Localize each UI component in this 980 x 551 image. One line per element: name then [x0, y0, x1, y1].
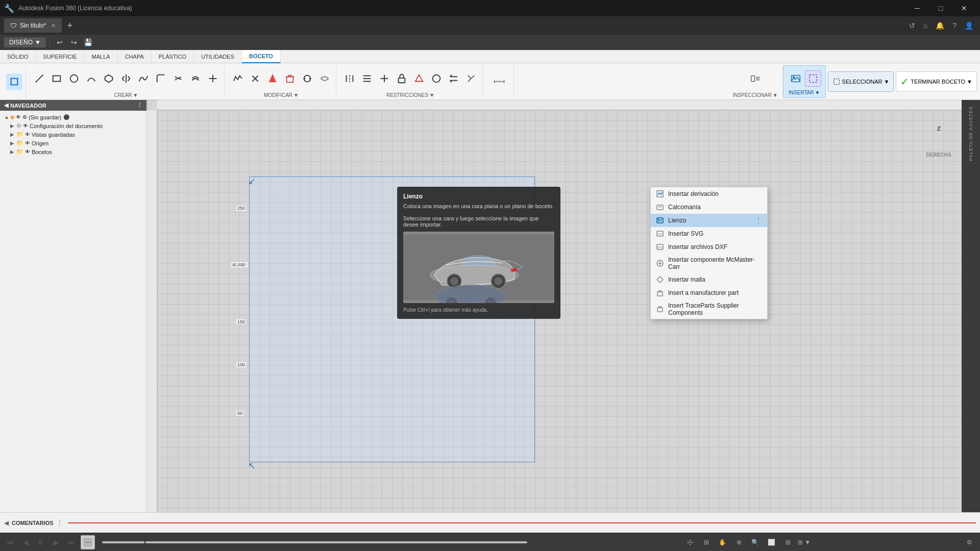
restr-tool8[interactable]	[463, 70, 479, 87]
lienzo-more-icon[interactable]: ⋮	[755, 216, 762, 224]
restr-tool2[interactable]	[359, 70, 375, 87]
inspeccionar-tool[interactable]	[744, 70, 767, 87]
menu-tab-malla[interactable]: MALLA	[85, 50, 118, 63]
menu-tab-solido[interactable]: SÓLIDO	[0, 50, 36, 63]
terminar-boceto-label: TERMINAR BOCETO	[911, 79, 965, 85]
restr-tool7[interactable]	[446, 70, 462, 87]
undo-button[interactable]: ↩	[54, 36, 66, 48]
active-tool-button[interactable]	[6, 73, 22, 90]
mirror-tool-button[interactable]	[118, 70, 134, 87]
terminar-boceto-button[interactable]: ✓ TERMINAR BOCETO ▼	[896, 71, 977, 92]
timeline-last-button[interactable]: ⏭	[65, 536, 78, 548]
restr-tool4[interactable]	[394, 70, 410, 87]
tab-refresh-button[interactable]: ↺	[906, 20, 918, 31]
nav-item-config[interactable]: ▶ ⚙ 👁 Configuración del documento	[2, 121, 144, 130]
settings-button[interactable]: ⚙	[963, 536, 976, 549]
sidebar-options-icon[interactable]: ⋮	[137, 102, 142, 109]
timeline-thumb[interactable]	[81, 535, 95, 549]
nav-item-vistas[interactable]: ▶ 📁 👁 Vistas guardadas	[2, 130, 144, 139]
nav-arrow: ▶	[10, 140, 16, 146]
rect-tool-button[interactable]	[48, 70, 65, 87]
modificar-tool1[interactable]	[230, 70, 246, 87]
status-move-button[interactable]: ✋	[716, 536, 729, 549]
dropdown-item-svg[interactable]: SVG Insertar SVG	[651, 227, 767, 240]
dropdown-item-malla[interactable]: Insertar malla	[651, 273, 767, 286]
tab-help-button[interactable]: ?	[950, 20, 959, 31]
comments-options-button[interactable]: ⋮	[57, 519, 63, 527]
timeline-next-button[interactable]: ▶	[50, 536, 62, 548]
eye-icon-bocetos: 👁	[25, 149, 30, 155]
fillet-tool-button[interactable]	[153, 70, 169, 87]
dropdown-item-traceparts[interactable]: Insert TraceParts Supplier Components	[651, 299, 767, 319]
dropdown-item-derivacion[interactable]: Insertar derivación	[651, 187, 767, 201]
timeline-first-button[interactable]: ⏮	[4, 536, 16, 548]
insertar-canvas-tool[interactable]	[805, 70, 821, 87]
restr-tool3[interactable]	[376, 70, 393, 87]
minimize-button[interactable]: ─	[905, 0, 929, 16]
modificar-tool4[interactable]	[282, 70, 298, 87]
comments-collapse-button[interactable]: ◀	[4, 519, 9, 527]
dropdown-item-manufacturer[interactable]: Insert a manufacturer part	[651, 286, 767, 299]
sidebar-collapse-icon[interactable]: ◀	[4, 102, 8, 109]
status-fit-button[interactable]: ⬜	[765, 536, 778, 549]
menu-tab-plastico[interactable]: PLÁSTICO	[152, 50, 194, 63]
menu-tab-utilidades[interactable]: UTILIDADES	[194, 50, 242, 63]
sketch-arrow-bl: ↖	[248, 460, 256, 471]
modificar-tool5[interactable]	[299, 70, 315, 87]
nav-item-bocetos[interactable]: ▶ 📁 👁 Bocetos	[2, 147, 144, 156]
tab-sin-titulo[interactable]: 🛡 Sin título* ✕	[4, 18, 62, 33]
status-grid-button[interactable]	[683, 536, 697, 549]
nav-item-origen[interactable]: ▶ 📁 👁 Origen	[2, 139, 144, 147]
timeline-play-button[interactable]: ⏸	[35, 536, 47, 548]
insertar-label: INSERTAR ▼	[789, 90, 820, 95]
status-tiles-button[interactable]: ⊞	[781, 536, 795, 549]
maximize-button[interactable]: □	[929, 0, 952, 16]
trim-tool-button[interactable]: ✂	[170, 70, 186, 87]
project-tool-button[interactable]	[205, 70, 221, 87]
dropdown-item-dxf[interactable]: DXF Insertar archivos DXF	[651, 240, 767, 254]
polygon-tool-button[interactable]	[101, 70, 117, 87]
redo-button[interactable]: ↪	[68, 36, 80, 48]
menu-tab-boceto[interactable]: BOCETO	[242, 50, 281, 63]
save-button[interactable]: 💾	[82, 36, 94, 48]
restr-tool5[interactable]	[411, 70, 427, 87]
status-grid2-button[interactable]: ⊞	[700, 536, 713, 549]
circle-tool-button[interactable]	[66, 70, 82, 87]
dropdown-item-malla-label: Insertar malla	[668, 276, 705, 283]
offset-tool-button[interactable]	[187, 70, 204, 87]
modificar-tool6[interactable]	[316, 70, 333, 87]
sketch-arrow-tl: ↙	[248, 176, 256, 187]
crear-btns: ✂	[31, 65, 221, 92]
tab-notification-button[interactable]: 🔔	[933, 20, 947, 31]
tab-home-button[interactable]: ⌂	[921, 20, 930, 31]
modificar-tool2[interactable]	[247, 70, 263, 87]
status-zoom-button[interactable]: ⊕	[732, 536, 746, 549]
dropdown-item-mcmaster[interactable]: Insertar componente McMaster-Carr	[651, 254, 767, 273]
timeline-prev-button[interactable]: ◀	[19, 536, 32, 548]
timeline-track[interactable]	[102, 541, 527, 543]
menu-tab-chapa[interactable]: CHAPA	[118, 50, 152, 63]
restr-tool1[interactable]	[341, 70, 358, 87]
dropdown-item-calcomania[interactable]: Calcomanía	[651, 201, 767, 214]
close-button[interactable]: ✕	[952, 0, 976, 16]
line-tool-button[interactable]	[31, 70, 47, 87]
arc-tool-button[interactable]	[83, 70, 100, 87]
app-title: Autodesk Fusion 360 (Licencia educativa)	[18, 5, 132, 12]
insertar-image-tool[interactable]	[788, 70, 804, 87]
right-panel: PALETA DE AJUSTES	[962, 100, 980, 512]
add-tab-button[interactable]: +	[64, 20, 76, 31]
nav-item-root[interactable]: ▲ ◆ 👁 ⚙ (Sin guardar) ⚫	[2, 113, 144, 121]
dimension-tool[interactable]: ←→	[488, 73, 510, 90]
status-menu-button[interactable]: ⊞ ▼	[798, 536, 811, 549]
status-search-button[interactable]: 🔍	[749, 536, 762, 549]
seleccionar-button[interactable]: SELECCIONAR ▼	[828, 71, 894, 92]
restr-tool6[interactable]	[428, 70, 445, 87]
modificar-tool3[interactable]	[264, 70, 281, 87]
design-mode-button[interactable]: DISEÑO ▼	[4, 37, 46, 47]
spline-tool-button[interactable]	[135, 70, 152, 87]
nav-bocetos-label: Bocetos	[32, 149, 52, 155]
menu-tab-superficie[interactable]: SUPERFICIE	[36, 50, 85, 63]
tab-user-button[interactable]: 👤	[962, 20, 976, 31]
dropdown-item-calcomania-label: Calcomanía	[668, 204, 701, 211]
dropdown-item-lienzo[interactable]: Lienzo ⋮	[651, 214, 767, 227]
